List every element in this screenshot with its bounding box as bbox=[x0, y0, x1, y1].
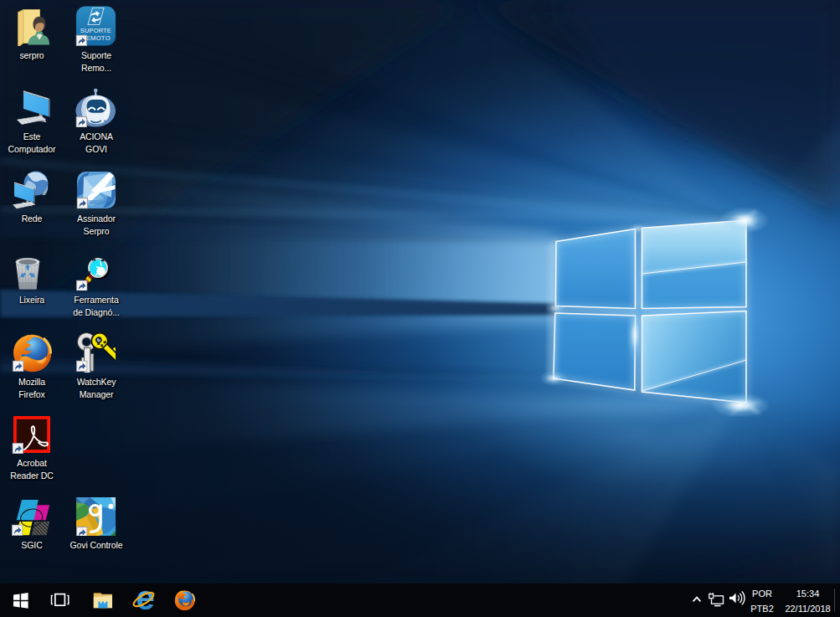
svg-text:e: e bbox=[137, 584, 155, 616]
svg-text:SUPORTE: SUPORTE bbox=[80, 27, 111, 34]
